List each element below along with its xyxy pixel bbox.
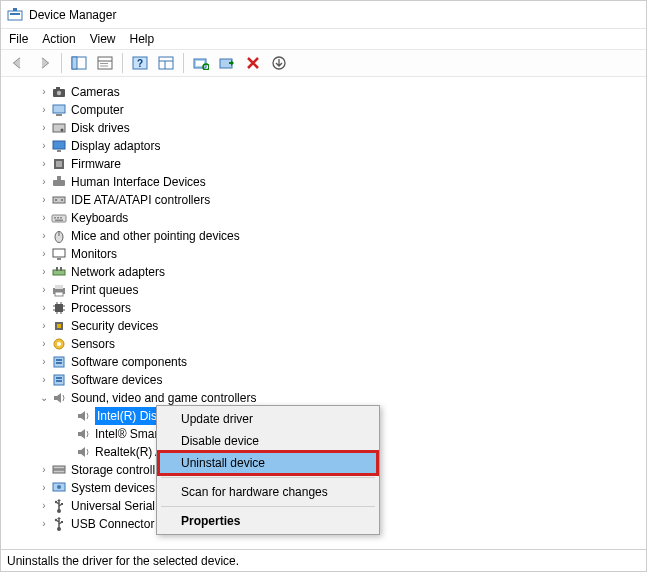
tree-node-label: Realtek(R) A [95,443,163,461]
expander-icon[interactable]: › [37,461,51,479]
context-menu-update-driver[interactable]: Update driver [159,408,377,430]
svg-rect-11 [159,57,173,69]
expander-icon[interactable]: › [37,209,51,227]
svg-rect-33 [53,197,65,203]
expander-icon[interactable]: › [37,281,51,299]
svg-rect-51 [55,304,63,312]
title-bar: Device Manager [1,1,646,29]
tree-node-label: Security devices [71,317,158,335]
help-button[interactable]: ? [129,52,151,74]
expander-icon[interactable]: › [37,515,51,533]
svg-rect-68 [56,377,62,379]
tree-node-label: Software devices [71,371,162,389]
keyboard-icon [51,210,67,226]
scan-hardware-button[interactable] [190,52,212,74]
expander-icon[interactable]: › [37,371,51,389]
context-menu-scan-hardware[interactable]: Scan for hardware changes [159,481,377,503]
disk-icon [51,120,67,136]
tree-node-label: Monitors [71,245,117,263]
context-menu-uninstall-device[interactable]: Uninstall device [159,452,377,474]
back-button[interactable] [7,52,29,74]
expander-icon[interactable]: › [37,83,51,101]
security-icon [51,318,67,334]
app-icon [7,7,23,23]
tree-node-item-13[interactable]: › Security devices [13,317,646,335]
tree-node-item-16[interactable]: › Software devices [13,371,646,389]
expander-icon[interactable]: › [37,245,51,263]
tree-node-item-2[interactable]: › Disk drives [13,119,646,137]
menu-help[interactable]: Help [130,32,155,46]
menu-file[interactable]: File [9,32,28,46]
svg-rect-30 [56,161,62,167]
tree-node-item-1[interactable]: › Computer [13,101,646,119]
tree-node-label: Network adapters [71,263,165,281]
expander-icon[interactable]: › [37,227,51,245]
expander-icon[interactable]: › [37,119,51,137]
tree-node-item-14[interactable]: › Sensors [13,335,646,353]
svg-rect-1 [10,13,20,15]
tree-node-label: Disk drives [71,119,130,137]
expander-icon[interactable]: › [37,317,51,335]
properties-button[interactable] [94,52,116,74]
svg-rect-22 [56,87,60,90]
expander-icon[interactable]: › [37,137,51,155]
system-icon [51,480,67,496]
context-menu-disable-device[interactable]: Disable device [159,430,377,452]
context-menu-properties[interactable]: Properties [159,510,377,532]
sound-icon [75,408,91,424]
menu-view[interactable]: View [90,32,116,46]
tree-node-label: Intel® Smar [95,425,159,443]
tree-node-label: Display adaptors [71,137,160,155]
update-driver-button[interactable] [216,52,238,74]
context-menu-separator [161,477,375,478]
details-button[interactable] [155,52,177,74]
show-hide-console-tree-button[interactable] [68,52,90,74]
svg-rect-39 [60,217,62,219]
expander-icon[interactable]: › [37,173,51,191]
tree-node-item-5[interactable]: › Human Interface Devices [13,173,646,191]
tree-node-item-7[interactable]: › Keyboards [13,209,646,227]
camera-icon [51,84,67,100]
svg-point-26 [61,129,64,132]
tree-node-item-12[interactable]: › Processors [13,299,646,317]
tree-node-item-10[interactable]: › Network adapters [13,263,646,281]
svg-point-80 [55,519,57,521]
svg-rect-27 [53,141,65,149]
tree-node-label: Processors [71,299,131,317]
expander-icon[interactable]: › [37,101,51,119]
monitor-icon [51,246,67,262]
forward-button[interactable] [33,52,55,74]
expander-icon[interactable]: › [37,299,51,317]
tree-node-label: Human Interface Devices [71,173,206,191]
enable-device-button[interactable] [268,52,290,74]
processor-icon [51,300,67,316]
expander-icon[interactable]: › [37,155,51,173]
software-icon [51,372,67,388]
expander-icon[interactable]: › [37,353,51,371]
svg-rect-47 [60,267,62,271]
expander-icon[interactable]: › [37,335,51,353]
svg-rect-2 [13,8,17,11]
svg-point-76 [55,501,57,503]
tree-node-item-4[interactable]: › Firmware [13,155,646,173]
tree-node-item-9[interactable]: › Monitors [13,245,646,263]
svg-rect-69 [56,380,62,382]
tree-node-item-11[interactable]: › Print queues [13,281,646,299]
uninstall-button[interactable] [242,52,264,74]
context-menu-separator [161,506,375,507]
tree-node-item-6[interactable]: › IDE ATA/ATAPI controllers [13,191,646,209]
expander-icon[interactable]: › [37,497,51,515]
svg-rect-81 [61,521,63,523]
menu-action[interactable]: Action [42,32,75,46]
expander-icon[interactable]: ⌄ [37,389,51,407]
expander-icon[interactable]: › [37,191,51,209]
svg-rect-46 [56,267,58,271]
tree-node-item-15[interactable]: › Software components [13,353,646,371]
expander-icon[interactable]: › [37,263,51,281]
tree-node-item-0[interactable]: › Cameras [13,83,646,101]
expander-icon[interactable]: › [37,479,51,497]
tree-node-item-3[interactable]: › Display adaptors [13,137,646,155]
toolbar-separator [183,53,184,73]
tree-node-label: Sensors [71,335,115,353]
tree-node-item-8[interactable]: › Mice and other pointing devices [13,227,646,245]
